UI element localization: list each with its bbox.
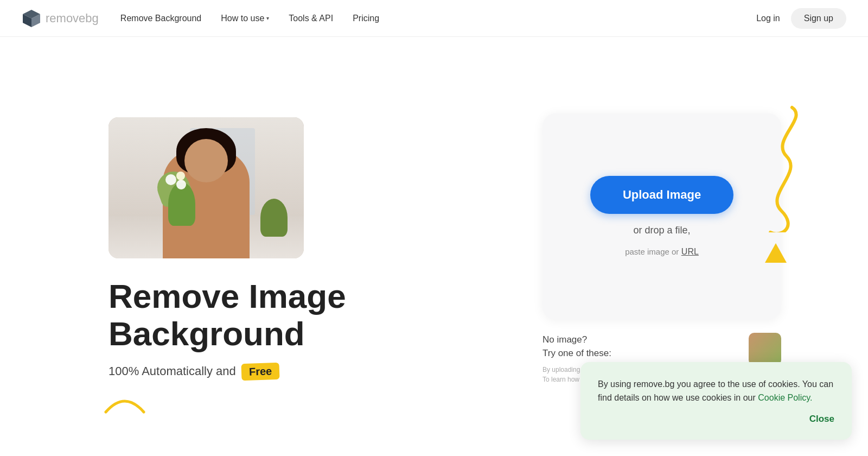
nav-remove-background[interactable]: Remove Background [120,14,201,23]
nav-links: Remove Background How to use ▾ Tools & A… [120,14,756,23]
paste-url-text: paste image or URL [625,247,699,257]
hero-subtitle: 100% Automatically and Free [108,363,488,380]
upload-image-button[interactable]: Upload Image [590,176,733,214]
signup-button[interactable]: Sign up [791,8,846,29]
hero-title: Remove Image Background [108,278,488,352]
cookie-banner: By using remove.bg you agree to the use … [580,362,852,440]
sample-thumbnail[interactable] [749,333,781,365]
cookie-close-button[interactable]: Close [809,414,834,425]
nav-auth: Log in Sign up [756,8,846,29]
no-image-text: No image? Try one of these: [542,333,740,360]
login-button[interactable]: Log in [756,14,780,23]
url-link[interactable]: URL [681,247,699,256]
cookie-text: By using remove.bg you agree to the use … [598,377,834,405]
svg-marker-3 [765,243,787,263]
navbar: removebg Remove Background How to use ▾ … [0,0,868,37]
logo-icon [22,9,41,28]
deco-squiggle [738,102,825,235]
nav-how-to-use[interactable]: How to use ▾ [221,14,269,23]
logo-text: removebg [46,11,99,26]
chevron-down-icon: ▾ [266,15,269,21]
drop-text: or drop a file, [633,225,690,236]
logo[interactable]: removebg [22,9,99,28]
deco-arc [103,388,146,417]
nav-pricing[interactable]: Pricing [353,14,379,23]
hero-image [108,117,304,258]
left-side: Remove Image Background 100% Automatical… [108,117,488,379]
nav-tools-api[interactable]: Tools & API [289,14,333,23]
cookie-policy-link[interactable]: Cookie Policy. [758,393,812,402]
deco-triangle [765,243,787,265]
free-badge: Free [241,362,279,380]
